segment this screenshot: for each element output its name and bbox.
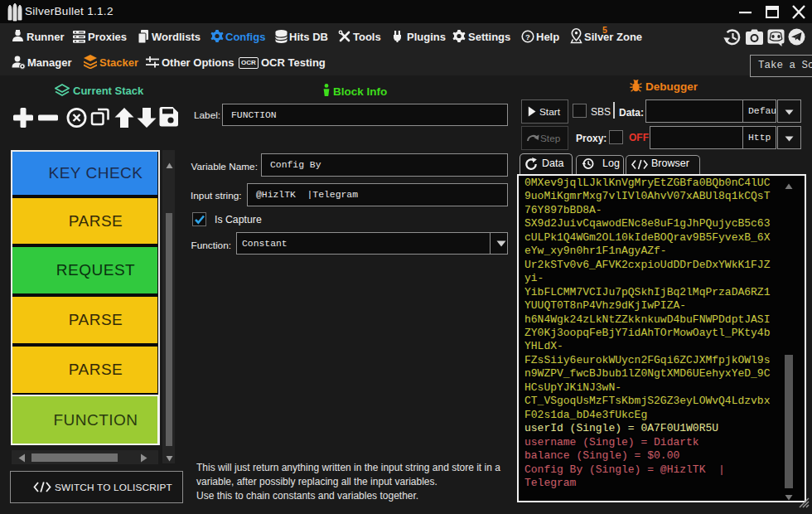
svg-text:?: ? xyxy=(525,32,530,41)
